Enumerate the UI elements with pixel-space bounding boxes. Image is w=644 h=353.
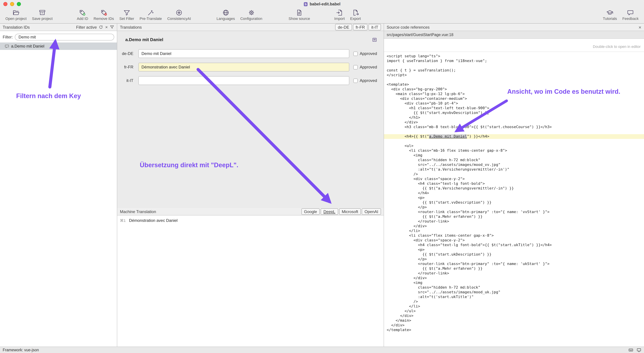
code-line: </router-link>: [384, 271, 644, 276]
code-line: </template>: [384, 328, 644, 332]
mt-suggestion-text: Démonstration avec Daniel: [129, 218, 178, 223]
language-tab-label: de-DE: [338, 25, 349, 30]
approved-label: Approved: [360, 51, 377, 56]
approved-checkbox-it-IT[interactable]: [353, 78, 358, 83]
filter-funnel-small-icon[interactable]: [110, 25, 114, 29]
code-line: [384, 130, 644, 134]
add-id-icon: [79, 9, 86, 16]
mt-provider-microsoft[interactable]: Microsoft: [339, 208, 361, 215]
svg-text:b: b: [305, 2, 307, 6]
translation-id-item-selected[interactable]: a.Demo mit Daniel: [0, 43, 117, 50]
code-line: </h1>: [384, 115, 644, 120]
remove-ids-icon: [100, 9, 107, 16]
feedback-button[interactable]: Feedback: [620, 9, 641, 21]
code-line: [384, 139, 644, 144]
tutorials-button[interactable]: Tutorials: [600, 9, 620, 21]
toolbar-label: Import: [334, 17, 345, 21]
code-line: <p>: [384, 196, 644, 200]
machine-translation-title: Machine Translation: [120, 209, 156, 214]
close-panel-icon[interactable]: ×: [638, 25, 641, 30]
add-id-button[interactable]: Add ID: [74, 9, 91, 21]
mt-provider-openai[interactable]: OpenAI: [362, 208, 381, 215]
code-line: import { useTranslation } from "i18next-…: [384, 59, 644, 63]
keyboard-icon[interactable]: [628, 347, 633, 352]
code-line: </script>: [384, 73, 644, 78]
toolbar-label: Tutorials: [603, 17, 617, 21]
import-button[interactable]: Import: [332, 9, 348, 21]
export-button[interactable]: Export: [348, 9, 364, 21]
toolbar-label: Add ID: [77, 17, 88, 21]
approved-checkbox-fr-FR[interactable]: [353, 65, 358, 69]
code-line: </div>: [384, 224, 644, 229]
toolbar-label: Export: [350, 17, 361, 21]
approved-checkbox-de-DE[interactable]: [353, 52, 358, 56]
open-project-button[interactable]: Open project: [3, 9, 29, 21]
translation-input-de-DE[interactable]: [138, 49, 349, 58]
import-icon: [336, 9, 343, 16]
editor-hint-strip: Double-click to open in editor: [384, 39, 644, 52]
filter-row: Filter:: [3, 34, 114, 41]
language-tab-it-IT[interactable]: it-IT: [369, 24, 381, 30]
magic-wand-icon: [147, 9, 154, 16]
translation-input-fr-FR[interactable]: [138, 63, 349, 72]
toolbar-label: Configuration: [240, 17, 262, 21]
toolbar: Open project Save project Add ID Remove …: [0, 8, 644, 24]
languages-button[interactable]: Languages: [214, 9, 238, 21]
close-window-button[interactable]: [3, 2, 8, 6]
translation-row-fr-FR: fr-FR Approved: [117, 63, 384, 72]
code-line: <h4 class="text-lg font-bold">{{ $t("sta…: [384, 243, 644, 247]
highlighted-translation-key[interactable]: a.Demo mit Daniel: [429, 134, 467, 139]
code-line: />: [384, 299, 644, 304]
code-line: {{ $t("a.Mehr erfahren") }}: [384, 266, 644, 271]
consistency-ai-icon: [176, 9, 182, 16]
graduation-cap-icon: [606, 9, 614, 16]
comment-note-icon[interactable]: [372, 37, 377, 42]
mt-provider-label: DeepL: [323, 209, 335, 214]
code-line: <h1 class="text-left text-blue-900">: [384, 106, 644, 111]
filter-annotation-text: Filtern nach dem Key: [16, 92, 81, 100]
code-line: src="../../assets/images/mood_vv.jpg": [384, 163, 644, 167]
editor-hint: Double-click to open in editor: [593, 45, 641, 49]
code-line: {{ $t("a.Versicherungsvermittler/-in") }…: [384, 186, 644, 191]
clear-filter-icon[interactable]: ×: [105, 25, 108, 29]
globe-icon: [222, 9, 229, 16]
toolbar-label: Set Filter: [120, 17, 134, 21]
language-tab-de-DE[interactable]: de-DE: [335, 24, 352, 30]
translation-ids-panel: Translation IDs Filter active × Filter: …: [0, 24, 117, 346]
filter-input[interactable]: [15, 34, 114, 41]
save-project-button[interactable]: Save project: [29, 9, 55, 21]
code-line: </router-link>: [384, 219, 644, 224]
mt-provider-deepl[interactable]: DeepL: [321, 208, 338, 215]
code-line: [384, 63, 644, 68]
remove-ids-button[interactable]: Remove IDs: [91, 9, 117, 21]
zoom-window-button[interactable]: [17, 2, 21, 6]
code-line: </h4>: [384, 191, 644, 196]
toolbar-label: Show source: [289, 17, 310, 21]
minimize-window-button[interactable]: [10, 2, 14, 6]
file-reference-bar[interactable]: src/pages/start/GuestStartPage.vue:18: [384, 31, 644, 39]
consistency-ai-button[interactable]: ConsistencyAI: [164, 9, 194, 21]
pre-translate-button[interactable]: Pre-Translate: [137, 9, 164, 21]
configuration-button[interactable]: Configuration: [238, 9, 265, 21]
code-line: <h4 class="text-lg font-bold">: [384, 181, 644, 186]
filter-funnel-icon: [123, 9, 130, 16]
code-line: </ul>: [384, 309, 644, 313]
code-view[interactable]: <script setup lang="ts">import { useTran…: [384, 52, 644, 346]
translation-input-it-IT[interactable]: [138, 76, 349, 85]
code-line: />: [384, 172, 644, 177]
source-document-icon: [296, 9, 303, 16]
code-line: </p>: [384, 205, 644, 210]
code-line: <div class="container-medium">: [384, 96, 644, 101]
set-filter-button[interactable]: Set Filter: [117, 9, 137, 21]
mt-suggestion-row[interactable]: ⌘1 Démonstration avec Daniel: [117, 215, 384, 223]
refresh-icon[interactable]: [99, 25, 103, 29]
mt-provider-google[interactable]: Google: [301, 208, 320, 215]
gear-icon: [248, 9, 255, 16]
show-source-button[interactable]: Show source: [286, 9, 313, 21]
toolbar-label: Open project: [6, 17, 26, 21]
language-label: it-IT: [121, 78, 134, 83]
code-line: <div class="space-y-2">: [384, 238, 644, 243]
language-tab-fr-FR[interactable]: fr-FR: [353, 24, 368, 30]
display-icon[interactable]: [636, 347, 641, 352]
code-line: <h3 class="mb-8 text-blue-900">{{ $t("st…: [384, 125, 644, 130]
